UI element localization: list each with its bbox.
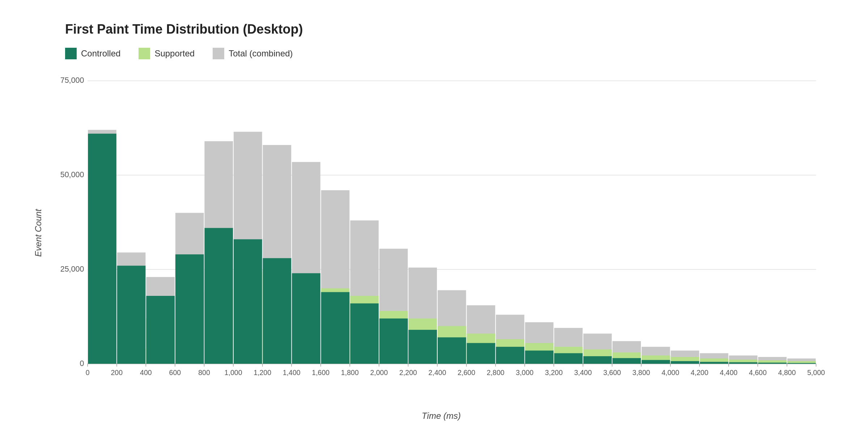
svg-rect-65 (612, 358, 641, 364)
svg-text:4,800: 4,800 (778, 369, 796, 376)
svg-text:4,400: 4,400 (720, 369, 737, 376)
svg-text:2,000: 2,000 (370, 369, 388, 376)
svg-rect-26 (234, 239, 262, 364)
svg-rect-68 (642, 360, 670, 363)
svg-text:1,400: 1,400 (283, 369, 301, 376)
svg-text:3,600: 3,600 (603, 369, 621, 376)
svg-text:75,000: 75,000 (60, 76, 84, 85)
svg-text:4,000: 4,000 (661, 369, 679, 376)
y-axis-label: Event Count (33, 209, 43, 257)
svg-text:3,200: 3,200 (545, 369, 563, 376)
svg-rect-44 (408, 330, 437, 364)
legend: Controlled Supported Total (combined) (65, 48, 839, 59)
svg-rect-29 (263, 258, 292, 364)
svg-rect-71 (671, 361, 699, 363)
svg-text:2,600: 2,600 (458, 369, 475, 376)
svg-rect-47 (438, 337, 466, 364)
legend-item-controlled: Controlled (65, 48, 120, 59)
legend-swatch-supported (139, 48, 150, 59)
legend-label-total: Total (combined) (229, 48, 293, 59)
svg-text:0: 0 (86, 369, 90, 376)
svg-rect-83 (787, 363, 816, 364)
svg-rect-20 (175, 254, 204, 363)
chart-area: Event Count Time (ms) 025,00050,00075,00… (43, 74, 839, 392)
chart-title: First Paint Time Distribution (Desktop) (65, 22, 839, 37)
svg-rect-23 (204, 228, 233, 363)
svg-text:3,400: 3,400 (574, 369, 592, 376)
legend-label-supported: Supported (154, 48, 195, 59)
svg-rect-53 (496, 347, 524, 364)
svg-rect-41 (379, 319, 408, 364)
legend-swatch-controlled (65, 48, 77, 59)
svg-rect-80 (758, 363, 787, 364)
legend-item-supported: Supported (139, 48, 195, 59)
legend-label-controlled: Controlled (81, 48, 120, 59)
svg-text:0: 0 (80, 359, 84, 368)
svg-rect-11 (88, 134, 116, 364)
svg-rect-50 (467, 343, 495, 363)
svg-text:2,800: 2,800 (487, 369, 505, 376)
chart-container: First Paint Time Distribution (Desktop) … (0, 0, 868, 434)
svg-text:50,000: 50,000 (60, 170, 84, 179)
svg-rect-77 (729, 362, 758, 364)
svg-rect-62 (583, 356, 612, 364)
svg-rect-32 (292, 273, 320, 363)
svg-text:3,800: 3,800 (633, 369, 650, 376)
svg-text:200: 200 (111, 369, 123, 376)
svg-text:25,000: 25,000 (60, 265, 84, 273)
main-chart-svg: 025,00050,00075,00002004006008001,0001,2… (43, 74, 839, 392)
svg-rect-38 (350, 303, 379, 364)
svg-text:1,600: 1,600 (312, 369, 329, 376)
svg-text:2,200: 2,200 (399, 369, 417, 376)
svg-text:1,200: 1,200 (254, 369, 271, 376)
svg-rect-14 (117, 266, 146, 364)
svg-text:400: 400 (140, 369, 152, 376)
svg-text:600: 600 (169, 369, 181, 376)
legend-swatch-total (213, 48, 224, 59)
svg-text:1,800: 1,800 (341, 369, 359, 376)
svg-text:2,400: 2,400 (429, 369, 446, 376)
svg-rect-35 (321, 292, 350, 364)
svg-rect-56 (525, 350, 554, 364)
svg-text:4,600: 4,600 (749, 369, 767, 376)
svg-text:800: 800 (198, 369, 210, 376)
legend-item-total: Total (combined) (213, 48, 293, 59)
svg-text:3,000: 3,000 (516, 369, 533, 376)
svg-text:4,200: 4,200 (691, 369, 709, 376)
svg-rect-17 (146, 296, 175, 364)
svg-text:5,000: 5,000 (807, 369, 825, 376)
svg-rect-74 (700, 362, 728, 364)
x-axis-label: Time (ms) (422, 411, 461, 421)
svg-text:1,000: 1,000 (225, 369, 242, 376)
svg-rect-59 (554, 353, 583, 364)
